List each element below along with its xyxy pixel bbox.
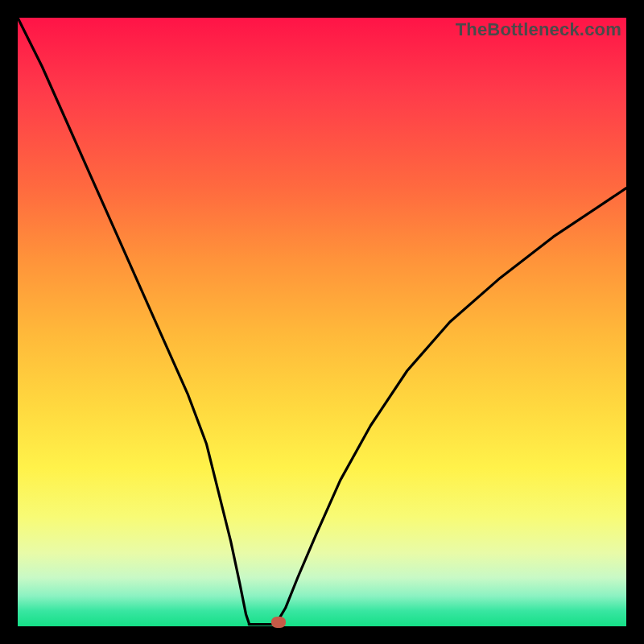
curve-path <box>18 18 626 625</box>
bottleneck-curve <box>18 18 626 626</box>
chart-frame: TheBottleneck.com <box>0 0 644 644</box>
plot-area: TheBottleneck.com <box>18 18 626 626</box>
optimal-point-marker <box>271 617 286 628</box>
